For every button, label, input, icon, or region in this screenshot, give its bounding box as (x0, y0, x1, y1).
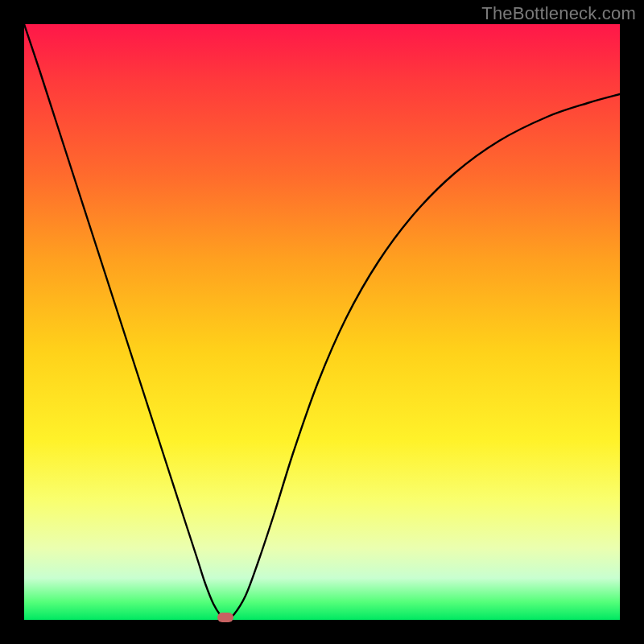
watermark-text: TheBottleneck.com (481, 3, 636, 24)
optimum-marker (217, 613, 233, 622)
chart-frame: TheBottleneck.com (0, 0, 644, 644)
bottleneck-curve (24, 24, 620, 620)
plot-area (24, 24, 620, 620)
curve-svg (24, 24, 620, 620)
